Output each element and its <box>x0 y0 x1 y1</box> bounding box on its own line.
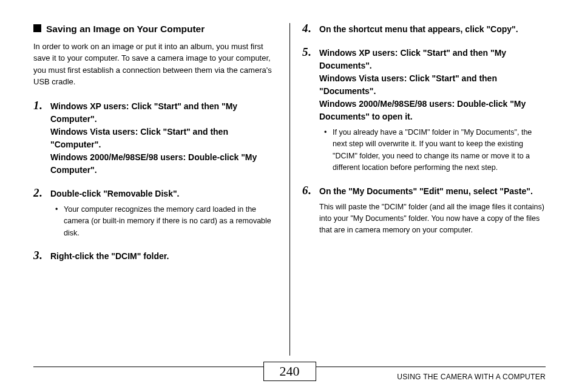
step-1: 1 Windows XP users: Click "Start" and th… <box>33 100 277 177</box>
step-3: 3 Right-click the "DCIM" folder. <box>33 250 277 263</box>
step-5: 5 Windows XP users: Click "Start" and th… <box>302 47 546 174</box>
step-6-title: On the "My Documents" "Edit" menu, selec… <box>319 185 546 198</box>
square-bullet-icon <box>33 24 41 32</box>
heading-text: Saving an Image on Your Computer <box>46 23 205 36</box>
step-6-body: This will paste the "DCIM" folder (and a… <box>319 201 546 237</box>
step-3-title: Right-click the "DCIM" folder. <box>50 250 277 263</box>
step-5-bullets: If you already have a "DCIM" folder in "… <box>319 127 546 174</box>
step-6: 6 On the "My Documents" "Edit" menu, sel… <box>302 185 546 237</box>
step-number: 6 <box>302 184 311 197</box>
step-number: 4 <box>302 22 311 35</box>
left-column: Saving an Image on Your Computer In orde… <box>33 23 290 356</box>
page-footer: 240 USING THE CAMERA WITH A COMPUTER <box>33 362 546 381</box>
step-4: 4 On the shortcut menu that appears, cli… <box>302 23 546 36</box>
step-number: 5 <box>302 46 311 59</box>
step-5-bullet: If you already have a "DCIM" folder in "… <box>327 127 546 174</box>
step-5-line-2: Windows Vista users: Click "Start" and t… <box>319 73 497 96</box>
step-number: 3 <box>33 249 42 262</box>
page-number: 240 <box>263 362 316 381</box>
step-1-line-2: Windows Vista users: Click "Start" and t… <box>50 127 228 149</box>
step-2-bullets: Your computer recognizes the memory card… <box>50 204 277 239</box>
step-5-title: Windows XP users: Click "Start" and then… <box>319 47 546 123</box>
step-1-title: Windows XP users: Click "Start" and then… <box>50 100 277 177</box>
right-column: 4 On the shortcut menu that appears, cli… <box>290 23 546 356</box>
step-5-line-3: Windows 2000/Me/98SE/98 users: Double-cl… <box>319 99 526 121</box>
step-1-line-1: Windows XP users: Click "Start" and then… <box>50 101 237 124</box>
step-2: 2 Double-click "Removable Disk". Your co… <box>33 188 277 239</box>
step-2-title: Double-click "Removable Disk". <box>50 188 277 200</box>
intro-paragraph: In order to work on an image or put it i… <box>33 41 277 88</box>
step-number: 2 <box>33 186 42 200</box>
step-1-line-3: Windows 2000/Me/98SE/98 users: Double-cl… <box>50 152 257 175</box>
step-number: 1 <box>33 99 42 112</box>
step-4-title: On the shortcut menu that appears, click… <box>319 23 546 36</box>
content-columns: Saving an Image on Your Computer In orde… <box>33 23 546 356</box>
footer-section-title: USING THE CAMERA WITH A COMPUTER <box>397 373 546 381</box>
step-2-bullet: Your computer recognizes the memory card… <box>58 204 277 239</box>
section-heading: Saving an Image on Your Computer <box>33 23 277 36</box>
step-5-line-1: Windows XP users: Click "Start" and then… <box>319 48 506 70</box>
